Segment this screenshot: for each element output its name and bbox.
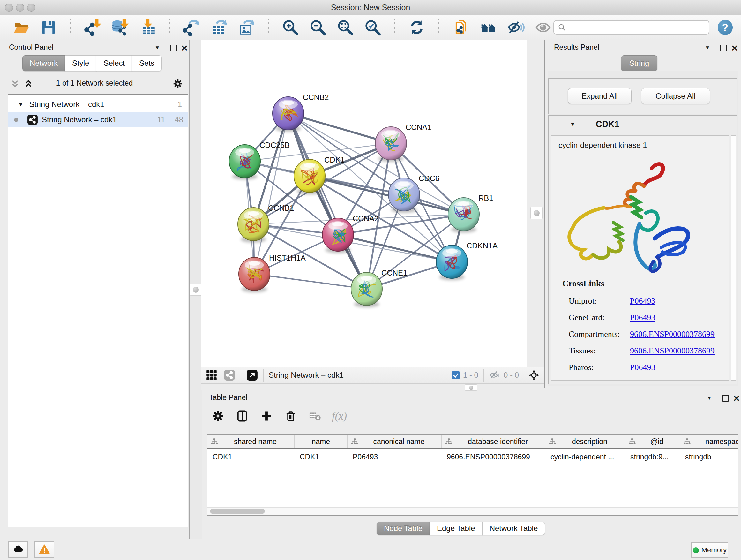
cloud-button[interactable] (8, 541, 28, 558)
network-node-HIST1H1A[interactable] (239, 257, 270, 293)
table-cell[interactable]: cyclin-dependent ... (545, 453, 625, 461)
left-splitter-handle[interactable] (190, 284, 202, 296)
network-collection-row[interactable]: ▼ String Network – cdk1 1 (8, 97, 188, 112)
toolbar-button-import-database[interactable] (110, 17, 130, 38)
fit-content-crosshair-icon[interactable] (528, 369, 540, 381)
table-horizontal-scrollbar[interactable] (207, 507, 738, 515)
network-graph[interactable]: CCNB2CCNA1CDC25BCDK1CDC6RB1CCNB1CCNA2CDK… (201, 40, 527, 367)
table-cell[interactable]: stringdb (680, 453, 738, 461)
network-overview-icon[interactable] (223, 369, 235, 381)
warning-button[interactable] (35, 541, 54, 558)
network-edge-CCNB2-HIST1H1A[interactable] (254, 113, 288, 274)
toolbar-button-open[interactable] (11, 17, 31, 38)
toolbar-button-import-network[interactable] (82, 17, 103, 38)
tab-string[interactable]: String (621, 55, 657, 71)
collapse-triangle-icon[interactable]: ▼ (18, 101, 23, 108)
toolbar-button-export-table[interactable] (209, 17, 229, 38)
expand-all-button[interactable]: Expand All (568, 88, 631, 104)
table-toolbar-fx-button[interactable]: f(x) (332, 409, 347, 423)
table-cell[interactable]: stringdb:9... (625, 453, 680, 461)
crosslink-value-link[interactable]: 9606.ENSP00000378699 (630, 329, 715, 339)
column-header-name[interactable]: name (294, 435, 347, 448)
tab-select[interactable]: Select (96, 55, 132, 71)
search-input[interactable] (569, 23, 705, 32)
toolbar-button-refresh[interactable] (407, 17, 427, 38)
toolbar-button-hide-selected[interactable] (506, 17, 526, 38)
toolbar-button-share-document[interactable] (451, 17, 471, 38)
selected-checkbox-icon[interactable] (452, 371, 460, 379)
column-header-namespace[interactable]: namespace (680, 435, 738, 448)
scrollbar-thumb[interactable] (210, 509, 265, 514)
tab-edge-table[interactable]: Edge Table (429, 522, 482, 535)
network-node-CDC25B[interactable] (229, 145, 260, 180)
toolbar-button-show-preview[interactable] (533, 17, 553, 38)
table-toolbar-columns-button[interactable] (235, 409, 250, 423)
help-button[interactable]: ? (718, 20, 733, 35)
network-node-CDKN1A[interactable] (436, 245, 468, 280)
table-cell[interactable]: CDK1 (294, 453, 347, 461)
network-edge-HIST1H1A-CCNE1[interactable] (254, 274, 367, 289)
table-toolbar-add-button[interactable] (259, 409, 274, 423)
birdseye-grid-icon[interactable] (205, 369, 218, 381)
zoom-selected-icon (364, 18, 382, 37)
results-scrollbar[interactable] (731, 135, 736, 381)
open-in-window-icon[interactable] (246, 369, 258, 381)
tab-style[interactable]: Style (65, 55, 96, 71)
table-cell[interactable]: P06493 (347, 453, 442, 461)
hidden-eye-icon[interactable] (489, 370, 500, 380)
tab-sets[interactable]: Sets (132, 55, 162, 71)
tab-network-table[interactable]: Network Table (482, 522, 545, 535)
table-row[interactable]: CDK1CDK1P064939606.ENSP00000378699cyclin… (207, 449, 738, 465)
table-toolbar-delete-button[interactable] (283, 409, 298, 423)
toolbar-button-zoom-in[interactable] (280, 17, 300, 38)
column-header-database-identifier[interactable]: database identifier (442, 435, 545, 448)
crosslink-value-link[interactable]: 9606.ENSP00000378699 (630, 346, 715, 356)
panel-menu-icon[interactable]: ▼ (705, 45, 711, 51)
panel-float-icon[interactable] (719, 44, 728, 52)
network-row-selected[interactable]: String Network – cdk1 11 48 (8, 112, 188, 127)
network-view-canvas[interactable]: CCNB2CCNA1CDC25BCDK1CDC6RB1CCNB1CCNA2CDK… (201, 40, 527, 367)
toolbar-button-zoom-fit[interactable] (335, 17, 355, 38)
column-header-canonical-name[interactable]: canonical name (347, 435, 442, 448)
horizontal-splitter-handle[interactable] (465, 384, 477, 391)
tab-node-table[interactable]: Node Table (377, 522, 430, 535)
search-box[interactable] (553, 20, 710, 35)
network-node-RB1[interactable] (448, 198, 479, 233)
network-node-CCNB1[interactable] (238, 207, 269, 243)
panel-close-icon[interactable]: × (731, 44, 739, 52)
table-toolbar-delete-table-button[interactable] (308, 409, 322, 423)
table-cell[interactable]: 9606.ENSP00000378699 (442, 453, 545, 461)
network-node-CDK1[interactable] (294, 159, 325, 194)
network-node-CCNA1[interactable] (375, 127, 407, 162)
panel-menu-icon[interactable]: ▼ (155, 45, 160, 51)
toolbar-button-export-network[interactable] (181, 17, 202, 38)
crosslink-value-link[interactable]: P06493 (630, 363, 655, 372)
toolbar-button-save[interactable] (38, 17, 59, 38)
network-node-CCNE1[interactable] (351, 272, 382, 307)
right-splitter-handle[interactable] (530, 207, 542, 219)
toolbar-button-export-image[interactable] (236, 17, 257, 38)
table-cell[interactable]: CDK1 (207, 453, 294, 461)
toolbar-button-home[interactable] (478, 17, 498, 38)
column-header--id[interactable]: @id (625, 435, 680, 448)
network-edge-CCNB2-CCNE1[interactable] (288, 113, 367, 289)
toolbar-button-import-table[interactable] (137, 17, 158, 38)
tab-network[interactable]: Network (22, 55, 65, 71)
panel-close-icon[interactable]: × (180, 44, 189, 52)
gear-icon[interactable] (172, 78, 183, 89)
column-header-description[interactable]: description (545, 435, 625, 448)
toolbar-button-zoom-out[interactable] (308, 17, 328, 38)
panel-menu-icon[interactable]: ▼ (707, 395, 712, 401)
crosslink-value-link[interactable]: P06493 (630, 296, 655, 306)
panel-float-icon[interactable] (721, 394, 730, 402)
crosslink-value-link[interactable]: P06493 (630, 313, 655, 322)
network-node-CDC6[interactable] (388, 178, 420, 213)
column-header-shared-name[interactable]: shared name (207, 435, 294, 448)
table-toolbar-settings-button[interactable] (211, 409, 225, 423)
toolbar-button-zoom-selected[interactable] (362, 17, 383, 38)
section-collapse-triangle-icon[interactable]: ▼ (569, 121, 576, 128)
collapse-all-button[interactable]: Collapse All (641, 88, 710, 104)
memory-button[interactable]: Memory (691, 542, 728, 558)
panel-close-icon[interactable]: × (732, 394, 741, 402)
panel-float-icon[interactable] (169, 44, 178, 52)
